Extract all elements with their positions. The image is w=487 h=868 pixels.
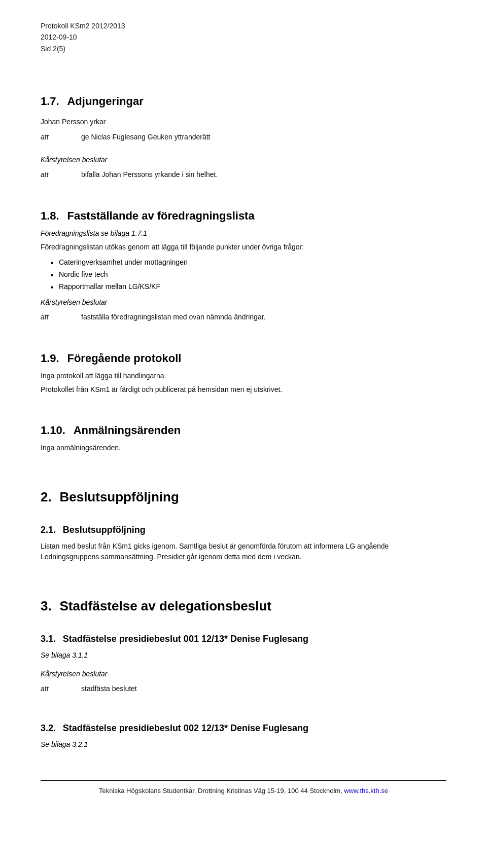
bullet-3: Rapportmallar mellan LG/KS/KF bbox=[51, 281, 446, 292]
section-1-10-body: Inga anmälningsärenden. bbox=[41, 443, 446, 454]
section-1-8-bullets: Cateringverksamhet under mottagningen No… bbox=[51, 257, 446, 292]
section-1-8-beslut-row: att fastställa föredragningslistan med o… bbox=[41, 312, 446, 322]
section-3-1-beslut: att stadfästa beslutet bbox=[41, 683, 446, 694]
section-1-8-sub: Föredragningslista se bilaga 1.7.1 bbox=[41, 228, 446, 239]
section-3-2: 3.2. Stadfästelse presidiebeslut 002 12/… bbox=[41, 721, 446, 750]
section-2-1-heading: 2.1. Beslutsuppföljning bbox=[41, 523, 446, 537]
section-1-10-number: 1.10. bbox=[41, 424, 65, 437]
section-3-title: Stadfästelse av delegationsbeslut bbox=[59, 598, 271, 613]
section-3-1-beslut-text: stadfästa beslutet bbox=[81, 683, 446, 694]
section-1-9-body-1: Inga protokoll att lägga till handlingar… bbox=[41, 371, 446, 382]
section-1-7-beslut-row: att bifalla Johan Perssons yrkande i sin… bbox=[41, 169, 446, 180]
section-3-1-heading: 3.1. Stadfästelse presidiebeslut 001 12/… bbox=[41, 632, 446, 646]
section-1-8-karstyrelsen: Kårstyrelsen beslutar bbox=[41, 297, 446, 308]
section-1-9-heading: 1.9. Föregående protokoll bbox=[41, 350, 446, 367]
section-3-heading: 3. Stadfästelse av delegationsbeslut bbox=[41, 596, 446, 616]
section-1-7-beslut: att bifalla Johan Perssons yrkande i sin… bbox=[41, 169, 446, 180]
section-1-7-att-text: ge Niclas Fuglesang Geuken yttranderätt bbox=[81, 132, 446, 142]
section-1-7-proposer: Johan Persson yrkar bbox=[41, 117, 446, 128]
document-title: Protokoll KSm2 2012/2013 bbox=[41, 20, 446, 31]
section-2-heading: 2. Beslutsuppföljning bbox=[41, 487, 446, 507]
section-1-8: 1.8. Fastställande av föredragningslista… bbox=[41, 207, 446, 322]
section-1-9-number: 1.9. bbox=[41, 352, 59, 365]
section-3-1-karstyrelsen: Kårstyrelsen beslutar bbox=[41, 669, 446, 679]
footer: Tekniska Högskolans Studentkår, Drottnin… bbox=[41, 780, 446, 797]
section-1-9-body-2: Protokollet från KSm1 är färdigt och pub… bbox=[41, 384, 446, 395]
section-1-8-number: 1.8. bbox=[41, 209, 59, 222]
bullet-2: Nordic five tech bbox=[51, 269, 446, 280]
section-3-1-beslut-att: att bbox=[41, 683, 81, 694]
document-header: Protokoll KSm2 2012/2013 2012-09-10 Sid … bbox=[41, 20, 446, 54]
section-3-1-title: Stadfästelse presidiebeslut 001 12/13* D… bbox=[63, 634, 308, 644]
section-1-10: 1.10. Anmälningsärenden Inga anmälningsä… bbox=[41, 422, 446, 454]
section-1-10-heading: 1.10. Anmälningsärenden bbox=[41, 422, 446, 439]
section-1-8-title: Fastställande av föredragningslista bbox=[67, 209, 254, 222]
section-2-number: 2. bbox=[41, 489, 52, 504]
section-1-8-beslut: att fastställa föredragningslistan med o… bbox=[41, 312, 446, 322]
section-1-9-title: Föregående protokoll bbox=[67, 352, 181, 365]
section-1-7-att-label: att bbox=[41, 132, 81, 142]
section-2-title: Beslutsuppföljning bbox=[59, 489, 179, 504]
section-1-8-intro: Föredragningslistan utökas genom att läg… bbox=[41, 242, 446, 253]
section-3-2-sub: Se bilaga 3.2.1 bbox=[41, 739, 446, 750]
document-date: 2012-09-10 bbox=[41, 31, 446, 43]
section-3-2-number: 3.2. bbox=[41, 723, 56, 733]
document-page: Sid 2(5) bbox=[41, 43, 446, 54]
section-1-10-title: Anmälningsärenden bbox=[74, 424, 181, 437]
section-1-9: 1.9. Föregående protokoll Inga protokoll… bbox=[41, 350, 446, 395]
section-1-8-beslut-text: fastställa föredragningslistan med ovan … bbox=[81, 312, 446, 322]
footer-link[interactable]: www.ths.kth.se bbox=[344, 787, 388, 794]
section-1-7-title: Adjungeringar bbox=[67, 95, 143, 107]
section-1-7-att-row: att ge Niclas Fuglesang Geuken yttrander… bbox=[41, 132, 446, 142]
section-1-7-heading: 1.7. Adjungeringar bbox=[41, 93, 446, 110]
section-1-7-number: 1.7. bbox=[41, 95, 59, 107]
section-2-1: 2.1. Beslutsuppföljning Listan med beslu… bbox=[41, 523, 446, 563]
section-2-1-title: Beslutsuppföljning bbox=[63, 525, 146, 535]
footer-text-start: Tekniska Högskolans Studentkår, Drottnin… bbox=[99, 787, 344, 794]
section-1-7-beslut-att: att bbox=[41, 169, 81, 180]
section-2-1-body: Listan med beslut från KSm1 gicks igenom… bbox=[41, 541, 446, 563]
section-1-7-beslut-text: bifalla Johan Perssons yrkande i sin hel… bbox=[81, 169, 446, 180]
section-1-8-heading: 1.8. Fastställande av föredragningslista bbox=[41, 207, 446, 224]
footer-text: Tekniska Högskolans Studentkår, Drottnin… bbox=[99, 787, 388, 794]
section-2-1-number: 2.1. bbox=[41, 525, 56, 535]
section-3-2-title: Stadfästelse presidiebeslut 002 12/13* D… bbox=[63, 723, 308, 733]
section-3: 3. Stadfästelse av delegationsbeslut 3.1… bbox=[41, 596, 446, 750]
section-3-1-sub: Se bilaga 3.1.1 bbox=[41, 650, 446, 661]
section-2: 2. Beslutsuppföljning 2.1. Beslutsuppföl… bbox=[41, 487, 446, 563]
section-3-number: 3. bbox=[41, 598, 52, 613]
section-3-1: 3.1. Stadfästelse presidiebeslut 001 12/… bbox=[41, 632, 446, 694]
section-3-1-beslut-row: att stadfästa beslutet bbox=[41, 683, 446, 694]
bullet-1: Cateringverksamhet under mottagningen bbox=[51, 257, 446, 268]
section-1-8-beslut-att: att bbox=[41, 312, 81, 322]
section-3-1-number: 3.1. bbox=[41, 634, 56, 644]
section-1-7-karstyrelsen: Kårstyrelsen beslutar bbox=[41, 155, 446, 165]
section-3-2-heading: 3.2. Stadfästelse presidiebeslut 002 12/… bbox=[41, 721, 446, 735]
section-1-7: 1.7. Adjungeringar Johan Persson yrkar a… bbox=[41, 93, 446, 180]
section-1-7-items: att ge Niclas Fuglesang Geuken yttrander… bbox=[41, 132, 446, 142]
